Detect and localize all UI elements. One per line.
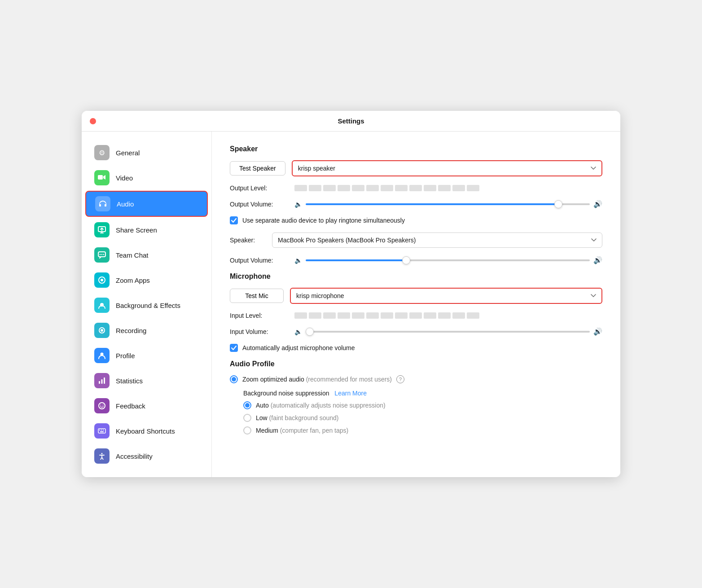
mic-device-row: Test Mic krisp microphone xyxy=(230,288,602,304)
separate-audio-checkbox[interactable] xyxy=(230,216,238,224)
svg-rect-18 xyxy=(98,429,105,433)
level-seg-3 xyxy=(323,185,336,191)
output-volume-row: Output Volume: 🔈 🔊 xyxy=(230,200,602,208)
input-level-label: Input Level: xyxy=(230,312,288,319)
level-seg-6 xyxy=(366,185,379,191)
noise-low-option: Low (faint background sound) xyxy=(243,414,602,422)
input-seg-3 xyxy=(323,312,336,319)
level-seg-8 xyxy=(395,185,408,191)
microphone-section-title: Microphone xyxy=(230,272,602,281)
sidebar-label-accessibility: Accessibility xyxy=(116,452,153,460)
noise-medium-radio[interactable] xyxy=(243,426,251,434)
input-volume-row: Input Volume: 🔈 🔊 xyxy=(230,327,602,336)
zoom-optimized-radio[interactable] xyxy=(230,375,238,383)
sidebar-item-general[interactable]: ⚙ General xyxy=(85,140,208,165)
volume2-high-icon: 🔊 xyxy=(593,256,602,264)
volume-high-icon: 🔊 xyxy=(593,200,602,208)
input-level-bar xyxy=(294,312,602,319)
speaker-secondary-select[interactable]: MacBook Pro Speakers (MacBook Pro Speake… xyxy=(272,233,602,248)
input-volume-slider[interactable] xyxy=(306,331,590,333)
background-icon xyxy=(94,298,110,313)
level-seg-7 xyxy=(381,185,393,191)
svg-point-15 xyxy=(99,403,105,409)
level-seg-2 xyxy=(309,185,321,191)
sidebar-label-audio: Audio xyxy=(117,200,134,208)
level-seg-13 xyxy=(467,185,479,191)
test-mic-button[interactable]: Test Mic xyxy=(230,289,284,303)
sidebar-label-statistics: Statistics xyxy=(116,377,143,385)
input-level-row: Input Level: xyxy=(230,312,602,319)
sidebar-item-feedback[interactable]: Feedback xyxy=(85,394,208,418)
main-content: Speaker Test Speaker krisp speaker Outpu… xyxy=(212,132,620,477)
sidebar-item-accessibility[interactable]: Accessibility xyxy=(85,444,208,468)
input-seg-12 xyxy=(452,312,465,319)
sidebar-label-video: Video xyxy=(116,174,133,182)
noise-low-radio[interactable] xyxy=(243,414,251,422)
input-vol-low-icon: 🔈 xyxy=(294,328,302,335)
sidebar-label-profile: Profile xyxy=(116,352,135,360)
noise-auto-label: Auto (automatically adjusts noise suppre… xyxy=(256,402,386,409)
output-volume-2-slider-wrap: 🔈 🔊 xyxy=(294,256,602,264)
zoom-optimized-radio-row: Zoom optimized audio (recommended for mo… xyxy=(230,375,602,383)
zoom-optimized-help-icon[interactable]: ? xyxy=(396,375,404,383)
settings-window: Settings ⚙ General Video xyxy=(82,111,620,477)
profile-icon xyxy=(94,348,110,363)
level-seg-9 xyxy=(409,185,422,191)
sidebar-item-share-screen[interactable]: Share Screen xyxy=(85,218,208,242)
svg-rect-0 xyxy=(98,175,103,180)
noise-auto-option: Auto (automatically adjusts noise suppre… xyxy=(243,401,602,409)
sidebar-label-share-screen: Share Screen xyxy=(116,226,157,234)
output-level-label: Output Level: xyxy=(230,184,288,192)
sidebar-item-statistics[interactable]: Statistics xyxy=(85,369,208,393)
level-seg-4 xyxy=(338,185,350,191)
input-seg-10 xyxy=(424,312,436,319)
sidebar-item-profile[interactable]: Profile xyxy=(85,343,208,368)
separate-audio-row: Use separate audio device to play ringto… xyxy=(230,216,602,224)
svg-rect-20 xyxy=(101,430,102,430)
svg-point-4 xyxy=(101,254,102,255)
input-seg-9 xyxy=(409,312,422,319)
sidebar-label-background-effects: Background & Effects xyxy=(116,302,180,309)
noise-auto-radio[interactable] xyxy=(243,401,251,409)
input-seg-5 xyxy=(352,312,364,319)
learn-more-link[interactable]: Learn More xyxy=(334,390,367,397)
title-bar: Settings xyxy=(82,111,620,132)
keyboard-icon xyxy=(94,423,110,439)
input-seg-11 xyxy=(438,312,451,319)
mic-device-select[interactable]: krisp microphone xyxy=(290,288,602,304)
input-seg-1 xyxy=(294,312,307,319)
output-volume-label: Output Volume: xyxy=(230,201,288,208)
svg-rect-12 xyxy=(99,381,100,384)
output-volume-slider[interactable] xyxy=(306,203,590,205)
recording-icon xyxy=(94,323,110,338)
input-vol-high-icon: 🔊 xyxy=(593,327,602,336)
sidebar-item-background-effects[interactable]: Background & Effects xyxy=(85,293,208,317)
sidebar-label-team-chat: Team Chat xyxy=(116,251,149,259)
level-seg-10 xyxy=(424,185,436,191)
sidebar-item-audio[interactable]: Audio xyxy=(85,191,208,217)
sidebar-item-keyboard-shortcuts[interactable]: Keyboard Shortcuts xyxy=(85,419,208,443)
svg-point-16 xyxy=(101,405,101,406)
sidebar-item-zoom-apps[interactable]: Zoom Apps xyxy=(85,268,208,292)
output-level-bar xyxy=(294,185,602,191)
input-volume-slider-wrap: 🔈 🔊 xyxy=(294,327,602,336)
output-volume-2-slider[interactable] xyxy=(306,259,590,261)
gear-icon: ⚙ xyxy=(94,145,110,160)
test-speaker-button[interactable]: Test Speaker xyxy=(230,161,285,176)
close-button[interactable] xyxy=(90,118,96,124)
sidebar-item-video[interactable]: Video xyxy=(85,166,208,190)
auto-adjust-mic-checkbox[interactable] xyxy=(230,344,238,352)
output-volume-2-label: Output Volume: xyxy=(230,257,288,264)
auto-adjust-mic-label: Automatically adjust microphone volume xyxy=(242,344,355,351)
svg-rect-22 xyxy=(100,431,104,432)
noise-low-label: Low (faint background sound) xyxy=(256,414,338,421)
audio-profile-title: Audio Profile xyxy=(230,360,602,368)
sidebar-item-recording[interactable]: Recording xyxy=(85,318,208,342)
sidebar-label-zoom-apps: Zoom Apps xyxy=(116,276,150,284)
sidebar-item-team-chat[interactable]: Team Chat xyxy=(85,243,208,267)
svg-rect-13 xyxy=(101,379,103,384)
feedback-icon xyxy=(94,398,110,413)
noise-medium-option: Medium (computer fan, pen taps) xyxy=(243,426,602,434)
speaker-device-select[interactable]: krisp speaker xyxy=(292,160,602,176)
input-seg-13 xyxy=(467,312,479,319)
